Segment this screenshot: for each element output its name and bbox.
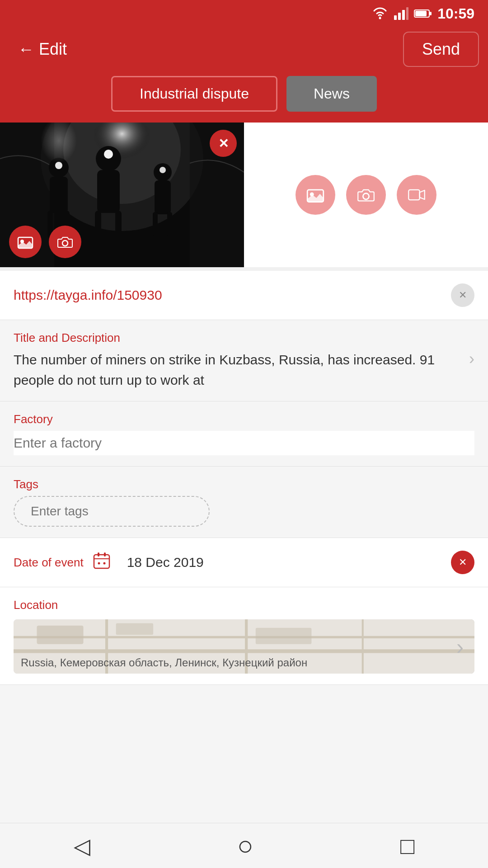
svg-point-0 [379, 17, 381, 19]
close-icon: ✕ [218, 136, 229, 151]
svg-point-30 [62, 241, 68, 246]
nav-square[interactable]: □ [400, 832, 414, 859]
signal-icon [394, 7, 408, 20]
factory-input[interactable] [14, 431, 474, 455]
wifi-icon [371, 7, 389, 20]
back-arrow: ← [18, 40, 34, 59]
gallery-button-left[interactable] [9, 226, 42, 258]
svg-point-33 [363, 193, 369, 199]
media-image-container: ✕ [0, 123, 244, 267]
svg-rect-24 [155, 180, 171, 214]
media-right [244, 123, 488, 267]
location-label: Location [14, 598, 474, 612]
status-icons: 10:59 [371, 5, 474, 22]
svg-point-38 [98, 562, 100, 564]
date-clear-icon: ✕ [459, 557, 467, 568]
battery-icon [414, 9, 432, 19]
gallery-icon-right [306, 186, 324, 204]
camera-icon [57, 234, 73, 250]
svg-point-39 [103, 562, 105, 564]
separator-1 [0, 267, 488, 271]
location-text: Russia, Кемеровская область, Ленинск, Ку… [21, 656, 307, 669]
svg-rect-34 [408, 190, 419, 200]
calendar-svg [93, 552, 111, 570]
svg-rect-48 [256, 628, 312, 644]
url-field: https://tayga.info/150930 ✕ [0, 271, 488, 320]
svg-rect-19 [97, 170, 120, 213]
tags-label: Tags [14, 477, 474, 491]
location-chevron: › [456, 634, 464, 659]
svg-rect-47 [116, 623, 153, 635]
svg-rect-13 [50, 177, 68, 213]
svg-rect-2 [398, 13, 401, 20]
nav-spacer [0, 685, 488, 739]
url-value: https://tayga.info/150930 [14, 288, 451, 303]
camera-icon-right [357, 186, 375, 204]
location-section: Location Russia, Кемеровская область, Ле… [0, 587, 488, 685]
svg-rect-3 [402, 10, 405, 20]
svg-rect-26 [167, 212, 172, 237]
camera-button-right[interactable] [346, 175, 386, 215]
video-icon [408, 186, 426, 204]
nav-home[interactable]: ○ [237, 830, 253, 861]
date-value: 18 Dec 2019 [127, 555, 451, 570]
navigation-bar: ◁ ○ □ [0, 823, 488, 868]
video-button-right[interactable] [397, 175, 436, 215]
tab-news[interactable]: News [286, 76, 377, 112]
svg-rect-46 [37, 626, 84, 644]
date-clear-button[interactable]: ✕ [451, 551, 474, 574]
svg-rect-35 [94, 555, 109, 568]
edit-button[interactable]: ← Edit [9, 35, 76, 63]
gallery-icon [17, 234, 33, 250]
calendar-icon[interactable] [93, 552, 111, 574]
tab-industrial-dispute[interactable]: Industrial dispute [111, 76, 277, 112]
svg-rect-6 [415, 11, 427, 16]
status-time: 10:59 [437, 5, 474, 22]
tags-input[interactable] [31, 504, 192, 519]
svg-point-27 [160, 167, 166, 173]
gallery-button-right[interactable] [296, 175, 335, 215]
status-bar: 10:59 [0, 0, 488, 27]
media-section: ✕ [0, 123, 488, 267]
camera-button-left[interactable] [49, 226, 81, 258]
svg-rect-1 [394, 15, 397, 20]
tags-input-container [14, 496, 210, 527]
date-field: Date of event 18 Dec 2019 ✕ [0, 538, 488, 587]
svg-rect-4 [406, 7, 408, 20]
clear-icon: ✕ [459, 289, 467, 301]
svg-rect-36 [98, 552, 99, 557]
url-clear-button[interactable]: ✕ [451, 283, 474, 307]
media-controls-left [9, 226, 81, 258]
title-chevron: › [469, 349, 474, 368]
svg-rect-7 [430, 12, 432, 15]
title-description-label: Title and Description [14, 331, 474, 345]
map-placeholder[interactable]: Russia, Кемеровская область, Ленинск, Ку… [14, 619, 474, 674]
close-media-button[interactable]: ✕ [210, 130, 237, 157]
title-description-field: Title and Description The number of mine… [0, 320, 488, 401]
header: ← Edit Send [0, 27, 488, 76]
svg-rect-25 [153, 212, 158, 237]
factory-label: Factory [14, 412, 474, 426]
nav-back[interactable]: ◁ [74, 833, 90, 859]
edit-label: Edit [39, 40, 67, 59]
send-button[interactable]: Send [403, 32, 479, 67]
date-label: Date of event [14, 556, 84, 570]
svg-rect-37 [104, 552, 106, 557]
svg-rect-20 [95, 211, 101, 242]
svg-rect-21 [115, 211, 122, 242]
category-tabs: Industrial dispute News [0, 76, 488, 123]
svg-point-22 [104, 150, 113, 159]
title-description-value: The number of miners on strike in Kuzbas… [14, 349, 460, 390]
factory-field: Factory [0, 401, 488, 467]
tags-field: Tags [0, 467, 488, 538]
